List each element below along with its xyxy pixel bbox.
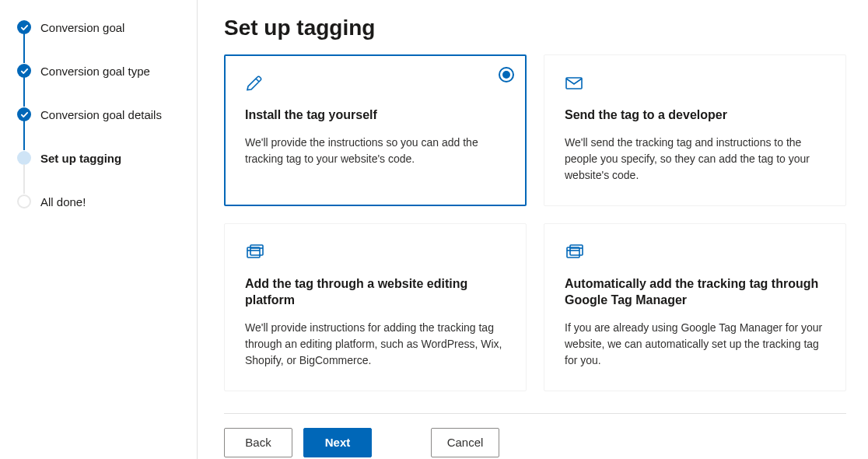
upcoming-step-icon bbox=[17, 194, 31, 208]
radio-selected-icon bbox=[499, 67, 514, 82]
option-desc: We'll provide the instructions so you ca… bbox=[245, 135, 506, 167]
step-connector bbox=[23, 164, 25, 194]
wizard-page: Conversion goal Conversion goal type Con… bbox=[0, 0, 868, 459]
browser-stack-icon bbox=[245, 243, 506, 263]
step-label: Conversion goal details bbox=[40, 108, 162, 121]
next-button[interactable]: Next bbox=[303, 428, 372, 457]
cancel-button[interactable]: Cancel bbox=[431, 428, 499, 457]
mail-icon bbox=[565, 74, 825, 94]
option-title: Install the tag yourself bbox=[245, 107, 506, 124]
back-button[interactable]: Back bbox=[224, 428, 292, 457]
step-set-up-tagging[interactable]: Set up tagging bbox=[17, 149, 197, 166]
step-conversion-goal[interactable]: Conversion goal bbox=[17, 19, 197, 36]
browser-stack-icon bbox=[565, 243, 825, 263]
page-title: Set up tagging bbox=[224, 16, 846, 40]
svg-rect-1 bbox=[247, 247, 260, 258]
step-connector bbox=[23, 33, 25, 63]
option-title: Automatically add the tracking tag throu… bbox=[565, 275, 825, 309]
checkmark-icon bbox=[17, 107, 31, 121]
option-google-tag-manager[interactable]: Automatically add the tracking tag throu… bbox=[544, 223, 846, 391]
current-step-icon bbox=[17, 151, 31, 165]
step-connector bbox=[23, 121, 25, 150]
option-desc: We'll send the tracking tag and instruct… bbox=[565, 135, 825, 184]
pencil-icon bbox=[245, 74, 506, 94]
option-card-grid: Install the tag yourself We'll provide t… bbox=[224, 54, 846, 391]
main-content: Set up tagging Install the tag yourself … bbox=[198, 0, 868, 459]
step-label: Conversion goal bbox=[40, 21, 124, 34]
step-connector bbox=[23, 77, 25, 107]
option-website-platform[interactable]: Add the tag through a website editing pl… bbox=[224, 223, 527, 391]
checkmark-icon bbox=[17, 20, 31, 34]
wizard-stepper: Conversion goal Conversion goal type Con… bbox=[0, 0, 198, 459]
option-title: Send the tag to a developer bbox=[565, 107, 825, 124]
checkmark-icon bbox=[17, 64, 31, 78]
step-label: All done! bbox=[40, 195, 86, 208]
option-desc: If you are already using Google Tag Mana… bbox=[565, 320, 825, 369]
option-send-to-developer[interactable]: Send the tag to a developer We'll send t… bbox=[544, 54, 846, 206]
step-label: Set up tagging bbox=[40, 152, 121, 165]
step-conversion-goal-type[interactable]: Conversion goal type bbox=[17, 62, 197, 79]
option-install-yourself[interactable]: Install the tag yourself We'll provide t… bbox=[224, 54, 527, 206]
svg-rect-0 bbox=[566, 78, 582, 89]
option-desc: We'll provide instructions for adding th… bbox=[245, 320, 506, 369]
option-title: Add the tag through a website editing pl… bbox=[245, 275, 506, 309]
step-all-done[interactable]: All done! bbox=[17, 193, 197, 210]
step-conversion-goal-details[interactable]: Conversion goal details bbox=[17, 106, 197, 123]
step-label: Conversion goal type bbox=[40, 65, 150, 78]
svg-rect-3 bbox=[567, 247, 579, 258]
wizard-footer: Back Next Cancel bbox=[224, 413, 846, 457]
